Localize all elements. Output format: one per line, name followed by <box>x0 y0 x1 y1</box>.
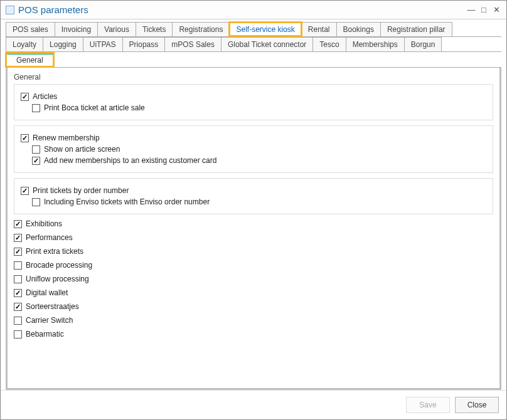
tab-label: Rental <box>308 25 330 34</box>
tab-mpos-sales[interactable]: mPOS Sales <box>164 37 221 51</box>
checkbox-label: Carrier Switch <box>26 316 73 325</box>
checkbox-label: Performances <box>26 233 73 242</box>
tab-self-service-kiosk[interactable]: Self-service kiosk <box>229 22 301 36</box>
checkbox[interactable] <box>14 234 22 242</box>
option-bebarmatic: Bebarmatic <box>14 330 493 339</box>
tabs-container: POS salesInvoicingVariousTicketsRegistra… <box>1 19 506 68</box>
app-icon <box>6 6 14 14</box>
tab-label: POS sales <box>13 25 48 34</box>
tab-tickets[interactable]: Tickets <box>136 22 173 36</box>
maximize-icon[interactable]: □ <box>479 6 489 14</box>
option-exhibitions: Exhibitions <box>14 219 493 228</box>
option-print-tickets-by-order-number: Print tickets by order number <box>21 186 486 195</box>
checkbox-label: Including Enviso tickets with Enviso ord… <box>44 197 210 206</box>
option-performances: Performances <box>14 233 493 242</box>
checkbox[interactable] <box>14 261 22 270</box>
tab-label: Bookings <box>343 25 374 34</box>
subtab-label: General <box>16 56 43 65</box>
checkbox[interactable] <box>14 220 22 228</box>
tab-label: Memberships <box>353 40 398 49</box>
checkbox[interactable] <box>21 93 29 101</box>
tab-invoicing[interactable]: Invoicing <box>55 22 98 36</box>
option-including-enviso-tickets-with-enviso-order-number: Including Enviso tickets with Enviso ord… <box>32 197 486 206</box>
tab-bookings[interactable]: Bookings <box>336 22 381 36</box>
checkbox-label: Uniflow processing <box>26 275 89 283</box>
tab-label: Various <box>104 25 129 34</box>
tab-label: Loyalty <box>13 40 36 49</box>
tab-borgun[interactable]: Borgun <box>404 37 442 51</box>
checkbox-label: Brocade processing <box>26 261 92 270</box>
checkbox[interactable] <box>14 248 22 256</box>
checkbox[interactable] <box>14 330 22 339</box>
checkbox-label: Print Boca ticket at article sale <box>44 103 145 112</box>
close-button[interactable]: Close <box>455 397 499 413</box>
window-title: POS parameters <box>18 4 88 15</box>
tab-pos-sales[interactable]: POS sales <box>6 22 55 36</box>
checkbox[interactable] <box>14 275 22 283</box>
minimize-icon[interactable]: — <box>466 6 476 14</box>
tab-rental[interactable]: Rental <box>301 22 337 36</box>
tab-various[interactable]: Various <box>97 22 136 36</box>
checkbox[interactable] <box>32 104 40 112</box>
checkbox[interactable] <box>32 198 40 206</box>
option-renew-membership: Renew membership <box>21 134 486 142</box>
tab-label: Registrations <box>179 25 223 34</box>
option-print-extra-tickets: Print extra tickets <box>14 247 493 256</box>
tab-label: Self-service kiosk <box>236 25 294 34</box>
tab-tesco[interactable]: Tesco <box>312 37 346 51</box>
checkbox-label: Articles <box>33 92 57 101</box>
tab-label: Tesco <box>319 40 339 49</box>
checkbox-label: Print extra tickets <box>26 247 83 256</box>
tab-priopass[interactable]: Priopass <box>122 37 166 51</box>
group-renew-membership: Renew membershipShow on article screenAd… <box>14 125 493 173</box>
save-button[interactable]: Save <box>406 397 450 413</box>
tab-label: Global Ticket connector <box>228 40 306 49</box>
checkbox-label: Exhibitions <box>26 219 62 228</box>
checkbox[interactable] <box>32 145 40 154</box>
footer: Save Close <box>1 390 506 419</box>
option-digital-wallet: Digital wallet <box>14 288 493 297</box>
checkbox-label: Add new memberships to an existing custo… <box>44 156 216 165</box>
checkbox-label: Digital wallet <box>26 288 68 297</box>
checkbox[interactable] <box>14 289 22 297</box>
tab-label: Tickets <box>142 25 166 34</box>
subtabs-row: General <box>6 53 501 68</box>
group-print-tickets-by-order-number: Print tickets by order numberIncluding E… <box>14 178 493 214</box>
option-uniflow-processing: Uniflow processing <box>14 275 493 283</box>
group-articles: ArticlesPrint Boca ticket at article sal… <box>14 84 493 120</box>
tab-label: UiTPAS <box>90 40 116 49</box>
tab-registration-pillar[interactable]: Registration pillar <box>380 22 452 36</box>
tab-global-ticket-connector[interactable]: Global Ticket connector <box>221 37 313 51</box>
checkbox-label: Sorteerstraatjes <box>26 302 79 311</box>
tab-label: Invoicing <box>61 25 91 34</box>
subtab-general[interactable]: General <box>6 53 54 67</box>
option-sorteerstraatjes: Sorteerstraatjes <box>14 302 493 311</box>
checkbox[interactable] <box>14 317 22 325</box>
tab-logging[interactable]: Logging <box>43 37 83 51</box>
option-brocade-processing: Brocade processing <box>14 261 493 270</box>
option-show-on-article-screen: Show on article screen <box>32 145 486 154</box>
titlebar: POS parameters — □ ✕ <box>1 1 506 19</box>
checkbox-label: Show on article screen <box>44 145 120 154</box>
tab-registrations[interactable]: Registrations <box>172 22 230 36</box>
option-carrier-switch: Carrier Switch <box>14 316 493 325</box>
tab-uitpas[interactable]: UiTPAS <box>83 37 123 51</box>
option-print-boca-ticket-at-article-sale: Print Boca ticket at article sale <box>32 103 486 112</box>
section-header: General <box>14 73 493 81</box>
option-add-new-memberships-to-an-existing-customer-card: Add new memberships to an existing custo… <box>32 156 486 165</box>
checkbox-label: Bebarmatic <box>26 330 64 339</box>
checkbox[interactable] <box>21 134 29 142</box>
checkbox[interactable] <box>21 187 29 195</box>
checkbox-label: Print tickets by order number <box>33 186 129 195</box>
tabs-row-1: POS salesInvoicingVariousTicketsRegistra… <box>6 22 501 37</box>
close-icon[interactable]: ✕ <box>491 6 501 14</box>
tab-label: Registration pillar <box>387 25 446 34</box>
tab-label: Borgun <box>411 40 435 49</box>
checkbox[interactable] <box>32 157 40 165</box>
tab-label: Priopass <box>129 40 159 49</box>
tab-memberships[interactable]: Memberships <box>346 37 405 51</box>
tab-loyalty[interactable]: Loyalty <box>6 37 43 51</box>
tab-label: Logging <box>50 40 77 49</box>
tab-label: mPOS Sales <box>171 40 215 49</box>
checkbox[interactable] <box>14 303 22 311</box>
